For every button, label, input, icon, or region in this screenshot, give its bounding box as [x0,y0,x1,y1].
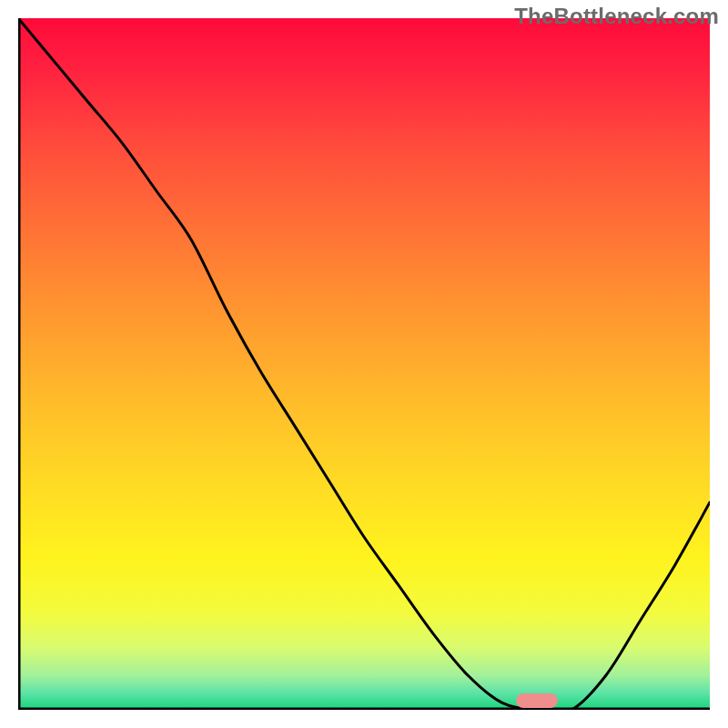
watermark-text: TheBottleneck.com [514,4,719,29]
chart-gradient-bg [18,18,710,710]
chart-area [18,18,710,710]
bottleneck-chart [18,18,710,710]
optimum-marker [516,693,558,708]
